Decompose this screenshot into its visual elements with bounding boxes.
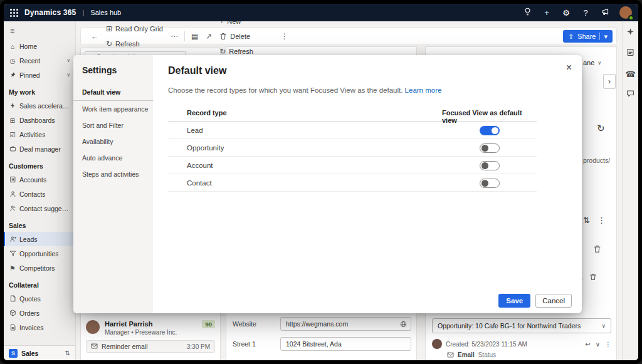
sidebar-item-pinned[interactable]: Pinned∨ (4, 68, 75, 82)
work-item-card[interactable]: Harriet Parrish Manager • Preseware Inc.… (86, 320, 215, 336)
dialog-description: Choose the record types for which you wa… (168, 86, 567, 94)
user-avatar[interactable] (619, 6, 632, 19)
focused-view-toggle-opportunity[interactable] (480, 143, 500, 153)
sidebar-item-deal-manager[interactable]: Deal manager (4, 142, 75, 156)
chat-icon (626, 90, 634, 100)
popout-button[interactable]: ↗ (202, 29, 216, 44)
sidebar-item-orders[interactable]: Orders (4, 306, 75, 320)
share-caret-icon: ▾ (604, 33, 608, 41)
website-input[interactable] (285, 320, 397, 328)
settings-nav-steps-and-activities[interactable]: Steps and activities (73, 166, 153, 182)
entry-status-label: Status (478, 351, 496, 358)
contact-avatar (86, 320, 100, 334)
cancel-button[interactable]: Cancel (535, 294, 572, 308)
settings-dialog: Settings Default viewWork item appearanc… (73, 55, 582, 313)
learn-more-link[interactable]: Learn more (405, 86, 442, 94)
topbar-actions: +⚙? (522, 6, 632, 19)
form-switcher-button[interactable]: ▤ (187, 29, 202, 44)
phone-icon: ☎ (625, 70, 635, 79)
delete-note-icon[interactable] (589, 273, 597, 283)
opportunity-lookup[interactable]: Opportunity: 10 Cafe BG-1 for Northwind … (432, 318, 611, 333)
street-input[interactable] (285, 340, 407, 348)
entry-more-icon[interactable]: ⋮ (605, 341, 611, 348)
command-refresh[interactable]: ↻Refresh (102, 36, 144, 51)
copilot-pane-button[interactable] (626, 28, 636, 38)
sidebar-item-opportunities[interactable]: Opportunities (4, 246, 75, 261)
sidebar-item-contact-suggestions[interactable]: Contact suggestions (4, 201, 75, 216)
settings-nav-work-item-appearance[interactable]: Work item appearance (73, 101, 153, 117)
expand-header-button[interactable]: › (603, 74, 616, 89)
save-button[interactable]: Save (498, 294, 530, 308)
settings-gear-button[interactable]: ⚙ (561, 8, 571, 18)
command-label: Read Only Grid (115, 25, 163, 33)
focused-view-toggle-lead[interactable] (480, 126, 500, 135)
pin-icon (9, 71, 16, 79)
refresh-pane-icon[interactable]: ↻ (597, 123, 605, 134)
command-bar-separator (184, 31, 185, 41)
record-type-label: Contact (187, 179, 212, 187)
chat-pane-button[interactable] (626, 90, 636, 100)
timeline-entry-meta: Email Status (447, 350, 611, 359)
record-type-column-header: Record type (187, 109, 227, 117)
sitemap-toggle-icon[interactable]: ≡ (4, 21, 75, 39)
sidebar-item-contacts[interactable]: Contacts (4, 187, 75, 201)
sidebar-item-accounts[interactable]: Accounts (4, 172, 75, 187)
owner-field-fragment[interactable]: ane ∨ (583, 59, 601, 66)
envelope-icon (91, 343, 98, 351)
focused-view-toggle-contact[interactable] (480, 179, 500, 188)
area-switcher[interactable]: S Sales ⇅ (4, 345, 75, 360)
sidebar-item-competitors[interactable]: ⚑Competitors (4, 261, 75, 275)
record-type-label: Account (187, 162, 213, 169)
created-text: Created: 5/23/2023 11:15 AM (446, 341, 527, 348)
more-vertical-icon: ⋮ (281, 32, 288, 41)
sidebar-item-label: Dashboards (19, 117, 55, 124)
command-read-only-grid[interactable]: ⊞Read Only Grid (102, 21, 167, 36)
lightbulb-button[interactable] (522, 8, 532, 18)
settings-nav-availability[interactable]: Availability (73, 133, 153, 150)
sidebar-item-recent[interactable]: ◷Recent∨ (4, 53, 75, 68)
add-button[interactable]: + (542, 8, 552, 18)
add-icon: + (544, 8, 549, 18)
close-dialog-button[interactable]: × (566, 63, 572, 73)
app-launcher-waffle-icon[interactable] (10, 9, 18, 17)
notes-pane-button[interactable] (626, 48, 636, 58)
back-button[interactable]: ← (87, 29, 102, 44)
command-delete[interactable]: Delete (216, 29, 254, 44)
announcements-button[interactable] (600, 8, 610, 18)
sidebar-item-label: Home (19, 43, 37, 50)
share-button[interactable]: ⇧ Share ▾ (563, 30, 613, 43)
sidebar-item-sales-accelerator[interactable]: Sales accelerator (4, 98, 75, 113)
notes-icon (626, 48, 634, 58)
reply-icon[interactable]: ↩ (585, 341, 590, 348)
pane-more-icon[interactable]: ⋮ (597, 216, 606, 225)
refresh-icon: ↻ (219, 47, 226, 56)
grid-icon: ⊞ (106, 24, 112, 33)
sidebar-item-leads[interactable]: Leads (4, 232, 75, 246)
delete-row-icon[interactable] (593, 244, 601, 256)
lookup-chevron-icon: ∨ (601, 323, 606, 329)
more-commands-button[interactable]: ⋯ (167, 29, 182, 44)
area-switcher-chevrons-icon: ⇅ (65, 350, 70, 356)
activity-chip[interactable]: Reminder email 3:30 PM (86, 340, 215, 353)
phone-pane-button[interactable]: ☎ (626, 69, 636, 79)
expand-entry-chevron-icon[interactable]: ∨ (596, 341, 600, 348)
sidebar-item-quotes[interactable]: Quotes (4, 291, 75, 306)
document-icon (9, 295, 16, 303)
focused-view-toggle-account[interactable] (480, 161, 500, 170)
popout-icon: ↗ (206, 32, 212, 41)
presence-indicator-icon (628, 15, 634, 21)
settings-nav-auto-advance[interactable]: Auto advance (73, 150, 153, 166)
overflow-commands-button[interactable]: ⋮ (277, 29, 292, 44)
sidebar-item-home[interactable]: ⌂Home (4, 39, 75, 53)
help-button[interactable]: ? (581, 8, 591, 18)
website-field (280, 317, 411, 331)
settings-nav-sort-and-filter[interactable]: Sort and Filter (73, 117, 153, 133)
sidebar-item-label: Contact suggestions (19, 205, 70, 212)
sidebar-item-invoices[interactable]: Invoices (4, 320, 75, 335)
dashboard-icon: ⊞ (9, 117, 16, 124)
sidebar-item-activities[interactable]: ☑Activities (4, 127, 75, 142)
sidebar-item-dashboards[interactable]: ⊞Dashboards (4, 113, 75, 127)
chevron-down-icon: ∨ (66, 58, 70, 63)
settings-nav-default-view[interactable]: Default view (73, 84, 153, 101)
column-sort-icon[interactable]: ⇅ (583, 216, 590, 225)
